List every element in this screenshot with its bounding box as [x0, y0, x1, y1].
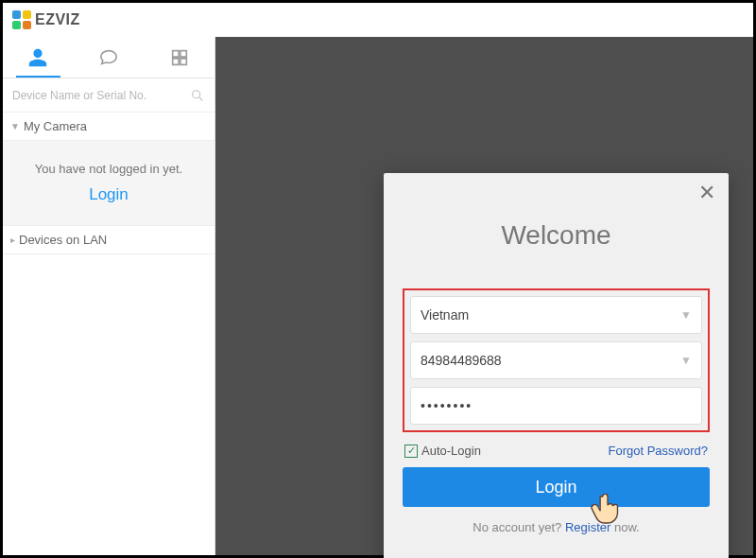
- login-button[interactable]: Login: [403, 467, 710, 507]
- section-label: My Camera: [24, 119, 87, 133]
- phone-select[interactable]: 84984489688 ▼: [410, 341, 702, 379]
- section-devices-lan[interactable]: ▸ Devices on LAN: [3, 226, 215, 254]
- person-icon: [27, 47, 48, 68]
- section-my-camera[interactable]: ▼ My Camera: [3, 113, 215, 141]
- fields-highlight: Vietnam ▼ 84984489688 ▼: [403, 288, 710, 432]
- password-field[interactable]: [410, 387, 702, 425]
- app-window: EZVIZ ▼ My Camera: [0, 0, 756, 558]
- search-icon: [190, 88, 205, 103]
- auto-login-label: Auto-Login: [421, 444, 481, 458]
- close-button[interactable]: ✕: [698, 183, 715, 203]
- register-link[interactable]: Register: [565, 520, 610, 534]
- grid-icon: [169, 47, 190, 68]
- svg-line-1: [199, 97, 202, 100]
- register-prefix: No account yet?: [472, 520, 565, 534]
- register-row: No account yet? Register now.: [403, 520, 710, 534]
- chevron-down-icon: ▼: [680, 308, 692, 322]
- section-label: Devices on LAN: [19, 233, 107, 247]
- tab-account[interactable]: [3, 37, 73, 78]
- country-select[interactable]: Vietnam ▼: [410, 296, 702, 334]
- not-logged-text: You have not logged in yet.: [12, 162, 205, 176]
- sidebar: ▼ My Camera You have not logged in yet. …: [3, 37, 215, 555]
- auto-login-checkbox[interactable]: ✓ Auto-Login: [404, 444, 481, 458]
- register-suffix: now.: [610, 520, 639, 534]
- svg-point-0: [193, 90, 200, 97]
- title-bar: EZVIZ: [3, 3, 753, 37]
- forgot-password-link[interactable]: Forgot Password?: [609, 444, 709, 458]
- options-row: ✓ Auto-Login Forgot Password?: [404, 444, 708, 458]
- search-input[interactable]: [12, 89, 190, 102]
- sidebar-login-link[interactable]: Login: [12, 185, 205, 204]
- login-prompt-box: You have not logged in yet. Login: [3, 141, 215, 226]
- device-search[interactable]: [3, 78, 215, 113]
- chat-icon: [98, 47, 119, 68]
- login-button-label: Login: [535, 478, 576, 497]
- checkbox-icon: ✓: [404, 445, 418, 458]
- brand-name: EZVIZ: [35, 11, 80, 28]
- chevron-down-icon: ▼: [10, 121, 20, 131]
- phone-value: 84984489688: [421, 353, 680, 368]
- chevron-down-icon: ▼: [680, 354, 692, 367]
- country-value: Vietnam: [421, 307, 680, 323]
- close-icon: ✕: [698, 181, 715, 204]
- sidebar-tabs: [3, 37, 215, 78]
- chevron-right-icon: ▸: [10, 235, 15, 245]
- password-input[interactable]: [421, 398, 692, 413]
- login-modal: ✕ Welcome Vietnam ▼ 84984489688 ▼: [384, 173, 729, 558]
- brand-logo-icon: [12, 10, 31, 29]
- modal-title: Welcome: [403, 220, 710, 251]
- main-area: ✕ Welcome Vietnam ▼ 84984489688 ▼: [215, 37, 753, 555]
- tab-messages[interactable]: [74, 37, 144, 78]
- tab-grid[interactable]: [145, 37, 215, 78]
